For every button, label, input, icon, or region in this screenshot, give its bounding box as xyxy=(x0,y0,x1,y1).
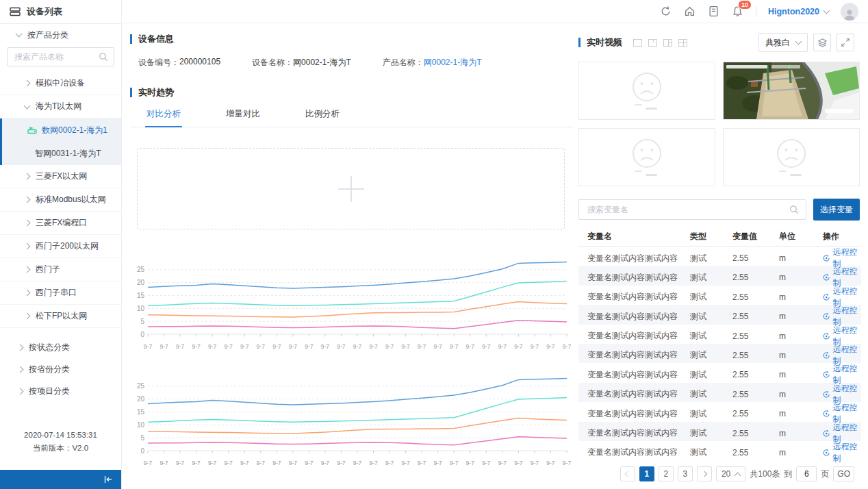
layers-button[interactable] xyxy=(813,34,831,51)
video-camera-tile[interactable] xyxy=(723,62,860,120)
cell-unit: m xyxy=(779,429,823,438)
product-search-input[interactable] xyxy=(13,51,99,62)
refresh-icon xyxy=(660,5,672,17)
tree-product-7[interactable]: 西门子串口 xyxy=(0,281,121,305)
product-search[interactable] xyxy=(7,47,114,66)
cell-value: 2.55 xyxy=(732,448,779,457)
chevron-right-icon xyxy=(24,243,31,250)
sidebar-group-1[interactable]: 按省份分类 xyxy=(0,358,121,380)
cell-unit: m xyxy=(779,292,823,302)
tree-product-8[interactable]: 松下FP以太网 xyxy=(0,305,121,328)
tree-product-2[interactable]: 三菱FX以太网 xyxy=(0,165,121,188)
device-group: 数网0002-1-海为1智网0031-1-海为T xyxy=(0,118,121,165)
svg-text:9-7: 9-7 xyxy=(434,460,443,466)
sidebar-group-0[interactable]: 按状态分类 xyxy=(0,336,121,358)
variable-search[interactable] xyxy=(578,199,806,220)
svg-text:10: 10 xyxy=(137,421,145,429)
topbar: 10 Hignton2020 xyxy=(122,0,868,23)
product-name-link[interactable]: 网0002-1-海为T xyxy=(424,57,482,68)
cell-variable-name: 变量名测试内容测试内容 xyxy=(587,388,690,400)
user-icon xyxy=(843,8,856,21)
page-button-1[interactable]: 1 xyxy=(639,466,654,481)
remote-control-icon xyxy=(823,254,830,262)
video-placeholder-tile[interactable] xyxy=(723,128,860,186)
svg-text:9-7: 9-7 xyxy=(385,460,394,466)
chevron-down-icon xyxy=(795,38,802,45)
fullscreen-button[interactable] xyxy=(837,34,854,51)
column-value: 变量值 xyxy=(732,231,779,242)
device-id-value: 200000105 xyxy=(179,57,220,68)
svg-text:20: 20 xyxy=(137,395,145,403)
svg-text:9-7: 9-7 xyxy=(225,343,233,350)
user-menu[interactable]: Hignton2020 xyxy=(768,7,829,16)
tree-product-0[interactable]: 模拟中冶设备 xyxy=(0,72,121,95)
tab-1[interactable]: 增量对比 xyxy=(225,101,261,127)
sidebar-group-by-product[interactable]: 按产品分类 xyxy=(0,24,121,46)
chevron-right-icon xyxy=(17,344,24,351)
table-row: 变量名测试内容测试内容测试2.55m远程控制 xyxy=(578,402,861,421)
tree-product-3[interactable]: 标准Modbus以太网 xyxy=(0,188,121,212)
notifications-button[interactable]: 10 xyxy=(732,5,744,18)
tree-product-6[interactable]: 西门子 xyxy=(0,258,121,281)
home-button[interactable] xyxy=(684,5,696,18)
svg-text:9-7: 9-7 xyxy=(257,460,266,466)
remote-control-link[interactable]: 远程控制 xyxy=(823,441,861,464)
svg-text:0: 0 xyxy=(140,447,144,455)
tree-product-label: 海为T以太网 xyxy=(36,101,81,112)
layers-icon xyxy=(817,38,828,48)
topbar-divider xyxy=(756,6,756,17)
tab-0[interactable]: 对比分析 xyxy=(145,101,182,127)
tree-product-4[interactable]: 三菱FX编程口 xyxy=(0,212,121,235)
layout-two-split-icon[interactable] xyxy=(648,39,657,47)
tree-device-0[interactable]: 数网0002-1-海为1 xyxy=(2,118,121,142)
cell-value: 2.55 xyxy=(732,253,779,263)
svg-text:9-7: 9-7 xyxy=(450,460,459,466)
cell-type: 测试 xyxy=(690,253,732,264)
sidebar-group-2[interactable]: 按项目分类 xyxy=(0,380,121,402)
select-variable-button[interactable]: 选择变量 xyxy=(813,199,860,221)
layout-four-grid-icon[interactable] xyxy=(678,39,687,47)
page-button-2[interactable]: 2 xyxy=(659,466,674,481)
layout-three-split-icon[interactable] xyxy=(663,39,672,47)
remote-control-icon xyxy=(823,449,830,457)
document-button[interactable] xyxy=(708,5,720,18)
cell-value: 2.55 xyxy=(732,292,779,302)
cell-variable-name: 变量名测试内容测试内容 xyxy=(587,291,690,303)
svg-text:9-7: 9-7 xyxy=(546,460,555,466)
variable-search-row: 选择变量 xyxy=(578,199,861,221)
tree-device-1[interactable]: 智网0031-1-海为T xyxy=(2,142,121,165)
avatar[interactable] xyxy=(841,3,858,21)
goto-page-button[interactable]: GO xyxy=(833,466,854,481)
video-placeholder-tile[interactable] xyxy=(578,62,715,120)
variable-search-input[interactable] xyxy=(586,204,789,215)
right-panel: 实时视频 典雅白 xyxy=(578,23,861,489)
video-placeholder-tile[interactable] xyxy=(578,128,715,186)
prev-page-button[interactable] xyxy=(620,466,635,481)
svg-text:9-7: 9-7 xyxy=(369,343,378,350)
table-row: 变量名测试内容测试内容测试2.55m远程控制 xyxy=(578,344,861,363)
svg-text:15: 15 xyxy=(137,408,145,416)
goto-page-input[interactable] xyxy=(796,466,817,481)
refresh-button[interactable] xyxy=(660,5,672,18)
cell-value: 2.55 xyxy=(732,312,779,321)
page-size-select[interactable]: 20 xyxy=(716,466,745,481)
next-page-button[interactable] xyxy=(697,466,712,481)
collapse-sidebar-button[interactable] xyxy=(101,473,116,486)
group-by-product-label: 按产品分类 xyxy=(27,29,68,41)
username: Hignton2020 xyxy=(768,7,819,16)
table-row: 变量名测试内容测试内容测试2.55m远程控制 xyxy=(578,247,861,266)
column-type: 类型 xyxy=(690,231,732,242)
layout-single-icon[interactable] xyxy=(633,39,642,47)
theme-select[interactable]: 典雅白 xyxy=(758,33,808,52)
tab-2[interactable]: 比例分析 xyxy=(304,101,341,127)
tree-product-1[interactable]: 海为T以太网 xyxy=(0,95,121,118)
table-row: 变量名测试内容测试内容测试2.55m远程控制 xyxy=(578,383,861,402)
svg-text:9-7: 9-7 xyxy=(192,343,201,350)
tree-product-5[interactable]: 西门子200以太网 xyxy=(0,235,121,258)
svg-text:25: 25 xyxy=(137,382,145,390)
video-header: 实时视频 典雅白 xyxy=(578,33,861,52)
svg-text:9-7: 9-7 xyxy=(514,460,523,466)
add-chart-placeholder[interactable] xyxy=(137,148,565,229)
cell-unit: m xyxy=(779,351,823,360)
page-button-3[interactable]: 3 xyxy=(678,466,693,481)
